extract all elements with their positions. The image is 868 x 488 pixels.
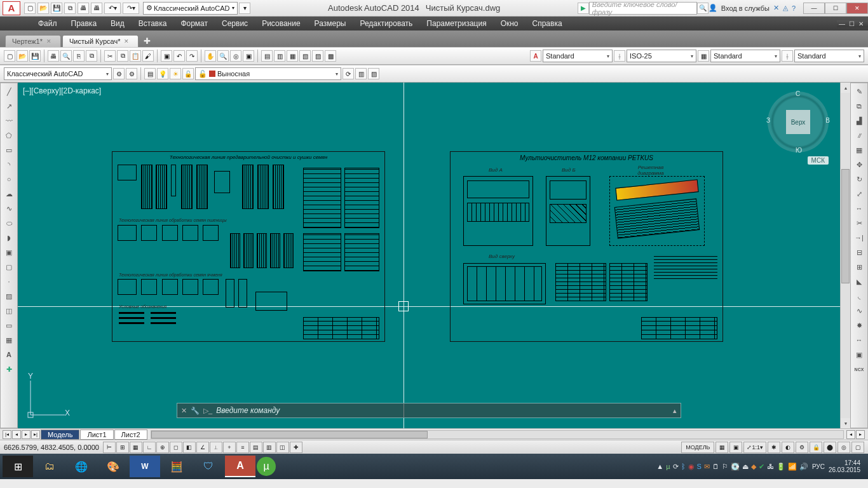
workspace-dropdown-2[interactable]: Классический AutoCAD▾ [4, 67, 112, 80]
qat-open-icon[interactable]: 📂 [37, 3, 49, 14]
matchprop-icon[interactable]: 🖌 [142, 50, 154, 62]
multileader-style-dropdown[interactable]: Standard▾ [794, 50, 864, 62]
viewcube-e[interactable]: В [825, 117, 830, 124]
polygon-icon[interactable]: ⬠ [2, 128, 16, 142]
tray-eject-icon[interactable]: ⏏ [742, 463, 749, 471]
markup-icon[interactable]: ▨ [312, 50, 323, 62]
autocad-task-icon[interactable]: A [225, 456, 255, 477]
tab-first[interactable]: |◂ [3, 430, 11, 439]
model-viewport[interactable]: [–][Сверху][2D-каркас] Технологическая л… [18, 83, 840, 428]
rotate-icon[interactable]: ↻ [852, 172, 866, 186]
hatch-icon[interactable]: ▨ [2, 289, 16, 303]
cmd-expand-icon[interactable]: ▴ [673, 407, 677, 415]
wheel-icon[interactable]: ◎ [230, 50, 241, 62]
hardware-accel-icon[interactable]: ⬤ [824, 442, 836, 453]
wcs-badge[interactable]: МСК [808, 156, 829, 165]
osnap-icon[interactable]: ◻ [170, 442, 182, 453]
showmotion-icon[interactable]: ▣ [243, 50, 254, 62]
offset-icon[interactable]: ⫽ [852, 128, 866, 142]
copy-icon[interactable]: ⧉ [117, 50, 128, 62]
mlstyle-icon[interactable]: ⟊ [782, 50, 793, 62]
tray-lang[interactable]: РУС [812, 463, 825, 470]
paste-icon[interactable]: 📋 [130, 50, 141, 62]
tray-note-icon[interactable]: 🗒 [712, 463, 719, 471]
menu-tools[interactable]: Сервис [215, 18, 254, 29]
user-icon[interactable]: 👤 [709, 4, 717, 12]
xline-icon[interactable]: ↗ [2, 99, 16, 113]
clean-screen-icon[interactable]: ▢ [851, 442, 864, 453]
menu-insert[interactable]: Вставка [132, 18, 173, 29]
hscroll-thumb[interactable] [151, 431, 428, 438]
ws-settings-icon-2[interactable]: ⚙ [126, 68, 137, 79]
tray-sec-icon[interactable]: ✔ [759, 463, 764, 471]
move-icon[interactable]: ✥ [852, 158, 866, 172]
calc-icon[interactable]: 🧮 [161, 456, 192, 477]
close-button[interactable]: ✕ [846, 3, 868, 14]
qat-plot-icon-2[interactable]: 🖶 [91, 3, 102, 14]
area-icon[interactable]: ▣ [852, 348, 866, 362]
menu-format[interactable]: Формат [174, 18, 214, 29]
pline-icon[interactable]: 〰 [2, 114, 16, 128]
word-icon[interactable]: W [130, 456, 160, 477]
scroll-down-icon[interactable]: ▼ [841, 418, 851, 428]
hscroll-left[interactable]: ◂ [846, 430, 855, 439]
tray-gpu-icon[interactable]: ◆ [751, 463, 756, 471]
toolpalettes-icon[interactable]: ▦ [287, 50, 298, 62]
sc-icon[interactable]: ◫ [276, 442, 289, 453]
hscroll-right[interactable]: ▸ [856, 430, 865, 439]
dist-icon[interactable]: ↔ [852, 333, 866, 347]
region-icon[interactable]: ▭ [2, 318, 16, 332]
qp-icon[interactable]: ▥ [263, 442, 276, 453]
scroll-up-icon[interactable]: ▲ [841, 83, 851, 93]
menu-draw[interactable]: Рисование [255, 18, 306, 29]
explode-icon[interactable]: ✸ [852, 318, 866, 332]
mdi-restore[interactable]: ☐ [847, 20, 857, 27]
ellipse-arc-icon[interactable]: ◗ [2, 231, 16, 245]
save-icon[interactable]: 💾 [29, 50, 41, 62]
minimize-button[interactable]: — [803, 3, 825, 14]
close-icon[interactable]: ✕ [46, 38, 51, 44]
menu-parametric[interactable]: Параметризация [420, 18, 492, 29]
qat-new-icon[interactable]: ▢ [24, 3, 36, 14]
block-editor-icon[interactable]: ▣ [161, 50, 172, 62]
line-icon[interactable]: ╱ [2, 85, 16, 98]
otrack-icon[interactable]: ∠ [196, 442, 209, 453]
infer-icon[interactable]: ⊢ [103, 442, 116, 453]
viewcube-s[interactable]: Ю [796, 147, 802, 154]
model-tab[interactable]: Модель [41, 430, 79, 440]
chrome-icon[interactable]: 🌐 [66, 456, 97, 477]
fillet-icon[interactable]: ◟ [852, 289, 866, 303]
menu-view[interactable]: Вид [104, 18, 131, 29]
ws-settings-icon[interactable]: ⚙ [113, 68, 125, 79]
tray-net-icon[interactable]: 🖧 [767, 463, 774, 471]
qat-redo-icon[interactable]: ↷▾ [123, 3, 139, 14]
qat-plot-icon[interactable]: 🖶 [78, 3, 89, 14]
tray-vol-icon[interactable]: 🔊 [799, 463, 808, 471]
doc-tab-1[interactable]: Чертеж1* ✕ [5, 35, 61, 47]
qat-more-icon[interactable]: ▾ [239, 3, 250, 14]
chamfer-icon[interactable]: ◣ [852, 274, 866, 288]
sheetset-icon[interactable]: ▥ [274, 50, 285, 62]
vertical-scrollbar[interactable]: ▲ ▼ [840, 83, 850, 428]
command-line[interactable]: ✕ 🔧 ▷_ Введите команду ▴ [177, 403, 681, 418]
qat-saveas-icon[interactable]: ⧉ [64, 3, 76, 14]
tpy-icon[interactable]: ▤ [250, 442, 262, 453]
scroll-thumb[interactable] [841, 169, 850, 283]
cmd-options-icon[interactable]: 🔧 [191, 407, 200, 415]
new-icon[interactable]: ▢ [4, 50, 15, 62]
layer-dropdown[interactable]: 🔓 Выносная ▾ [195, 67, 341, 80]
toolbar-lock-icon[interactable]: 🔒 [810, 442, 822, 453]
a360-icon[interactable]: ◬ [783, 4, 788, 12]
table-style-dropdown[interactable]: Standard▾ [710, 50, 780, 62]
start-button[interactable]: ⊞ [3, 456, 33, 477]
textstyle-icon[interactable]: A [530, 50, 541, 62]
open-icon[interactable]: 📂 [17, 50, 28, 62]
ducs-icon[interactable]: ⟂ [210, 442, 222, 453]
grid-display-icon[interactable]: ▦ [715, 442, 728, 453]
layer-on-icon[interactable]: 💡 [157, 68, 168, 79]
arc-icon[interactable]: ◝ [2, 158, 16, 172]
tab-last[interactable]: ▸| [31, 430, 40, 439]
tray-skype-icon[interactable]: S [697, 463, 702, 471]
redo-icon[interactable]: ↷ [186, 50, 198, 62]
qat-save-icon[interactable]: 💾 [51, 3, 62, 14]
